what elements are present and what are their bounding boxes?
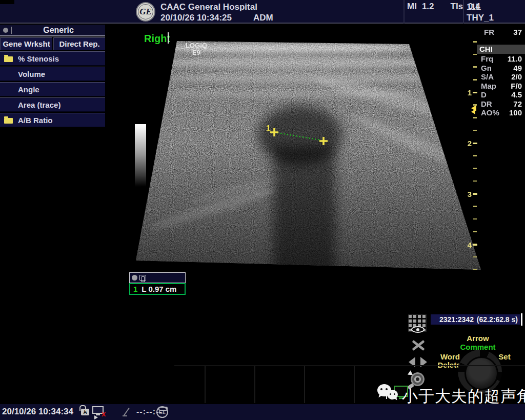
network-arrow-icon <box>94 415 98 419</box>
arrow-key-hint[interactable]: Arrow <box>447 334 509 343</box>
sidebar-item-stenosis[interactable]: % Stenosis <box>0 51 105 66</box>
mode-indicator: CHI <box>477 45 525 54</box>
operator-id: ADM <box>253 12 273 23</box>
preset-name: THY_1 <box>467 12 494 23</box>
exam-datetime: 20/10/26 10:34:25 <box>160 12 232 23</box>
softkey-divider <box>354 366 355 403</box>
measurement-header <box>129 272 186 283</box>
ultrasound-image-area[interactable]: 1 <box>132 38 486 273</box>
eye-icon <box>411 326 425 333</box>
sidebar-header: Generic <box>0 25 105 36</box>
param-row-frq: Frq 11.0 <box>477 54 524 64</box>
tab-gene-wrksht[interactable]: Gene Wrksht <box>0 37 52 50</box>
top-bar-divider <box>463 0 464 24</box>
counter-end-marker <box>521 313 522 326</box>
grayscale-bar <box>135 124 146 187</box>
measurement-result-box: 1 L 0.97 cm <box>129 272 186 295</box>
probe-name: 11L <box>467 2 494 12</box>
mi-value: 1.2 <box>422 2 434 12</box>
param-row-dr: DR 72 <box>477 99 524 109</box>
orientation-label[interactable]: Right <box>144 33 170 45</box>
caps-lock-icon: A <box>81 409 89 415</box>
measurement-value-row: 1 L 0.97 cm <box>129 283 186 295</box>
hospital-block: CAAC General Hospital 20/10/26 10:34:25 … <box>160 2 273 23</box>
text-cursor <box>168 32 169 44</box>
machine-line2: E9 <box>183 49 210 56</box>
softkey-divider <box>254 366 255 403</box>
tis-label: TIs <box>451 2 463 12</box>
softkey-grid-border <box>174 365 525 366</box>
param-row-ao: AO% 100 <box>477 108 524 117</box>
sidebar-item-ab-ratio[interactable]: A/B Ratio <box>0 113 105 127</box>
param-row-gn: Gn 49 <box>477 64 524 73</box>
sidebar-item-angle[interactable]: Angle <box>0 82 105 96</box>
top-bar: GE CAAC General Hospital 20/10/26 10:34:… <box>0 0 525 24</box>
ultrasound-screen: GE CAAC General Hospital 20/10/26 10:34:… <box>0 0 525 420</box>
wechat-icon <box>377 384 401 405</box>
tab-direct-rep[interactable]: Direct Rep. <box>53 37 105 50</box>
ultrasound-fan[interactable]: 1 <box>132 38 486 273</box>
hospital-name: CAAC General Hospital <box>160 2 273 12</box>
measurement-index: 1 <box>133 285 137 293</box>
softkey-divider <box>205 366 206 403</box>
ge-logo-text: GE <box>138 4 153 19</box>
ruler-number-4: 4 <box>460 241 477 249</box>
param-row-map: Map F/0 <box>477 82 524 91</box>
focal-zone-marker <box>471 109 475 114</box>
sidebar-item-label: Angle <box>18 85 39 94</box>
frame-counter-bar: 2321:2342 (62.2:62.8 s) <box>431 314 520 325</box>
sidebar-item-volume[interactable]: Volume <box>0 67 105 81</box>
top-notch <box>0 0 14 4</box>
ge-service-phone-icon[interactable]: GE <box>156 406 168 418</box>
sidebar-item-label: % Stenosis <box>18 54 59 63</box>
network-disconnected-icon: x <box>102 409 106 418</box>
sidebar-item-label: A/B Ratio <box>18 116 53 125</box>
sidebar-item-label: Area (trace) <box>18 101 60 109</box>
sidebar-item-area-trace[interactable]: Area (trace) <box>0 97 105 112</box>
measure-tool-icon <box>139 275 146 281</box>
clear-icon[interactable] <box>410 337 427 353</box>
folder-icon <box>4 118 13 124</box>
depth-ruler <box>473 41 477 270</box>
sidebar-tabs: Gene Wrksht Direct Rep. <box>0 37 105 50</box>
frame-rate-row: FR 37 <box>477 28 524 36</box>
status-bar: 20/10/26 10:34:34 A x --:--:-- GE <box>0 404 525 420</box>
time-counter: (62.2:62.8 s) <box>477 315 518 324</box>
param-row-d: D 4.5 <box>477 90 524 99</box>
softkey-divider <box>304 366 305 403</box>
probe-indicator-icon <box>122 407 131 416</box>
probe-block: 11L THY_1 <box>467 2 494 23</box>
folder-icon <box>4 56 13 62</box>
param-row-sa: S/A 2/0 <box>477 72 524 82</box>
bullet-icon <box>3 28 8 33</box>
top-bar-divider <box>403 0 405 24</box>
ruler-number-1: 1 <box>460 88 477 96</box>
caliper-number: 1 <box>266 124 271 133</box>
measurement-sidebar: Generic Gene Wrksht Direct Rep. % Stenos… <box>0 25 105 127</box>
machine-model-label: LOGIQ E9 <box>183 42 210 56</box>
param-value: 37 <box>513 28 522 36</box>
ruler-number-2: 2 <box>460 139 477 147</box>
measurement-value: L 0.97 cm <box>142 285 176 293</box>
disc-pointer-icon[interactable] <box>411 372 425 386</box>
param-label: FR <box>484 28 494 36</box>
sidebar-item-label: Volume <box>18 70 45 78</box>
machine-line1: LOGIQ <box>183 42 210 49</box>
sidebar-title: Generic <box>12 26 105 35</box>
ge-logo-icon: GE <box>136 2 155 22</box>
parameter-panel: Frq 11.0 Gn 49 S/A 2/0 Map F/0 D 4.5 DR … <box>477 54 524 117</box>
system-datetime: 20/10/26 10:34:34 <box>2 407 73 417</box>
ruler-number-3: 3 <box>460 190 477 198</box>
mi-label: MI <box>407 2 417 12</box>
trackball-assign-icon <box>132 275 137 281</box>
frame-counter: 2321:2342 <box>439 315 474 324</box>
